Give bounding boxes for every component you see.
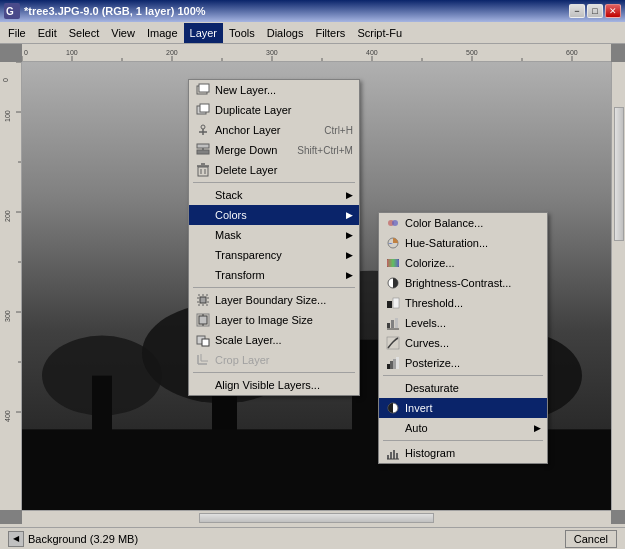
menu-threshold[interactable]: Threshold... (379, 293, 547, 313)
hue-saturation-icon (385, 235, 401, 251)
ruler-horizontal: 0 100 200 300 400 500 600 (22, 44, 611, 62)
close-button[interactable]: ✕ (605, 4, 621, 18)
menu-duplicate-layer[interactable]: Duplicate Layer (189, 100, 359, 120)
menu-view[interactable]: View (105, 23, 141, 43)
menu-invert[interactable]: Invert (379, 398, 547, 418)
svg-point-74 (392, 220, 398, 226)
menu-posterize[interactable]: Posterize... (379, 353, 547, 373)
menu-auto[interactable]: Auto ▶ (379, 418, 547, 438)
crop-layer-icon (195, 352, 211, 368)
svg-rect-68 (202, 339, 209, 346)
menu-new-layer[interactable]: New Layer... (189, 80, 359, 100)
menu-desaturate[interactable]: Desaturate (379, 378, 547, 398)
colors-submenu: Color Balance... Hue-Saturation... Color… (378, 212, 548, 464)
menu-align-visible-layers[interactable]: Align Visible Layers... (189, 375, 359, 395)
menu-layer-to-image-size[interactable]: Layer to Image Size (189, 310, 359, 330)
menu-image[interactable]: Image (141, 23, 184, 43)
colors-separator-2 (383, 440, 543, 441)
status-bar: ◀ Background (3.29 MB) Cancel (0, 527, 625, 549)
menu-layer-boundary-size[interactable]: Layer Boundary Size... (189, 290, 359, 310)
menu-delete-layer[interactable]: Delete Layer (189, 160, 359, 180)
histogram-icon (385, 445, 401, 461)
menu-colors[interactable]: Colors ▶ (189, 205, 359, 225)
menu-file[interactable]: File (2, 23, 32, 43)
window-title: *tree3.JPG-9.0 (RGB, 1 layer) 100% (24, 5, 206, 17)
menu-hue-saturation[interactable]: Hue-Saturation... (379, 233, 547, 253)
layer-boundary-icon (195, 292, 211, 308)
threshold-icon (385, 295, 401, 311)
menu-crop-layer: Crop Layer (189, 350, 359, 370)
svg-rect-47 (199, 84, 209, 92)
svg-rect-54 (197, 150, 209, 154)
svg-text:300: 300 (266, 49, 278, 56)
menu-dialogs[interactable]: Dialogs (261, 23, 310, 43)
colors-icon-spacer (195, 207, 211, 223)
status-left: ◀ Background (3.29 MB) (8, 531, 138, 547)
status-arrow-btn[interactable]: ◀ (8, 531, 24, 547)
menu-colorize[interactable]: Colorize... (379, 253, 547, 273)
maximize-button[interactable]: □ (587, 4, 603, 18)
separator-3 (193, 372, 355, 373)
ruler-vertical: 0 100 200 300 400 (0, 62, 22, 510)
svg-rect-92 (390, 452, 392, 459)
menu-transparency[interactable]: Transparency ▶ (189, 245, 359, 265)
title-bar-left: G *tree3.JPG-9.0 (RGB, 1 layer) 100% (4, 3, 206, 19)
svg-text:0: 0 (2, 78, 9, 82)
svg-rect-93 (393, 450, 395, 459)
svg-rect-82 (391, 320, 394, 328)
menu-stack[interactable]: Stack ▶ (189, 185, 359, 205)
svg-rect-79 (387, 301, 392, 308)
minimize-button[interactable]: − (569, 4, 585, 18)
mask-icon-spacer (195, 227, 211, 243)
menu-transform[interactable]: Transform ▶ (189, 265, 359, 285)
transparency-arrow: ▶ (346, 250, 353, 260)
svg-rect-77 (387, 259, 399, 267)
scrollbar-thumb-h[interactable] (199, 513, 435, 523)
title-bar: G *tree3.JPG-9.0 (RGB, 1 layer) 100% − □… (0, 0, 625, 22)
scrollbar-horizontal[interactable] (22, 510, 611, 524)
svg-rect-88 (393, 359, 396, 369)
svg-rect-64 (199, 316, 207, 324)
svg-rect-86 (387, 364, 390, 369)
merge-down-icon (195, 142, 211, 158)
svg-rect-83 (395, 318, 398, 328)
new-layer-icon (195, 82, 211, 98)
menu-brightness-contrast[interactable]: Brightness-Contrast... (379, 273, 547, 293)
menu-histogram[interactable]: Histogram (379, 443, 547, 463)
layer-to-image-icon (195, 312, 211, 328)
svg-text:600: 600 (566, 49, 578, 56)
auto-arrow: ▶ (534, 423, 541, 433)
menu-layer[interactable]: Layer (184, 23, 224, 43)
invert-icon (385, 400, 401, 416)
canvas-area: 0 100 200 300 400 500 600 0 100 (0, 44, 625, 524)
menu-filters[interactable]: Filters (309, 23, 351, 43)
align-visible-icon-spacer (195, 377, 211, 393)
menu-anchor-layer[interactable]: Anchor Layer Ctrl+H (189, 120, 359, 140)
cancel-button[interactable]: Cancel (565, 530, 617, 548)
menu-tools[interactable]: Tools (223, 23, 261, 43)
color-balance-icon (385, 215, 401, 231)
menu-levels[interactable]: Levels... (379, 313, 547, 333)
menu-scale-layer[interactable]: Scale Layer... (189, 330, 359, 350)
menu-merge-down[interactable]: Merge Down Shift+Ctrl+M (189, 140, 359, 160)
svg-text:400: 400 (366, 49, 378, 56)
svg-point-50 (201, 125, 205, 129)
menu-select[interactable]: Select (63, 23, 106, 43)
svg-rect-87 (390, 361, 393, 369)
svg-rect-62 (200, 297, 206, 303)
menu-color-balance[interactable]: Color Balance... (379, 213, 547, 233)
status-text: Background (3.29 MB) (28, 533, 138, 545)
transform-icon-spacer (195, 267, 211, 283)
menu-script-fu[interactable]: Script-Fu (351, 23, 408, 43)
svg-text:200: 200 (4, 210, 11, 222)
menu-curves[interactable]: Curves... (379, 333, 547, 353)
svg-rect-53 (197, 144, 209, 148)
menu-edit[interactable]: Edit (32, 23, 63, 43)
scrollbar-vertical[interactable] (611, 62, 625, 510)
menu-mask[interactable]: Mask ▶ (189, 225, 359, 245)
curves-icon (385, 335, 401, 351)
svg-rect-91 (387, 455, 389, 459)
colors-separator-1 (383, 375, 543, 376)
menu-bar: File Edit Select View Image Layer Tools … (0, 22, 625, 44)
scrollbar-thumb-v[interactable] (614, 107, 624, 241)
